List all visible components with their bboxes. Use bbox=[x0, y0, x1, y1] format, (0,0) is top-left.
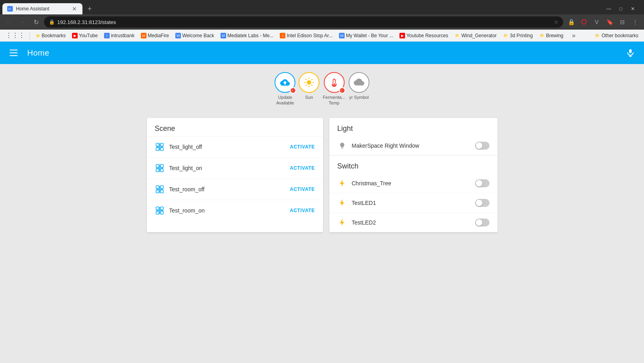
tab-close-button[interactable]: ✕ bbox=[71, 6, 78, 12]
light-toggle-1[interactable] bbox=[475, 142, 490, 150]
svg-line-16 bbox=[306, 85, 307, 86]
status-circle-yr[interactable] bbox=[349, 72, 369, 93]
status-circle-sun[interactable] bbox=[299, 72, 319, 93]
minimize-button[interactable]: — bbox=[603, 3, 614, 14]
more-bookmarks-button[interactable]: » bbox=[568, 31, 580, 40]
lock-icon: 🔒 bbox=[49, 19, 55, 25]
switch-bolt-icon-1 bbox=[337, 178, 347, 188]
svg-rect-22 bbox=[156, 148, 159, 150]
close-button[interactable]: ✕ bbox=[627, 3, 638, 14]
bookmark-brewing[interactable]: 📁 Brewing bbox=[537, 32, 566, 39]
tab-favicon: H bbox=[7, 6, 13, 12]
switch-bolt-icon-3 bbox=[337, 218, 347, 227]
status-yr[interactable]: yr Symbol bbox=[349, 72, 369, 100]
bookmark-icon[interactable]: 🔖 bbox=[604, 16, 615, 28]
bookmark-3d-printing[interactable]: 📁 3d Printing bbox=[501, 32, 535, 39]
status-label-update: UpdateAvailable bbox=[276, 94, 294, 106]
status-update[interactable]: ! UpdateAvailable bbox=[275, 72, 295, 106]
svg-rect-33 bbox=[160, 186, 163, 189]
update-badge: ! bbox=[290, 87, 296, 94]
status-sun[interactable]: Sun bbox=[299, 72, 319, 100]
reload-button[interactable]: ↻ bbox=[30, 16, 42, 28]
bookmark-intel[interactable]: I Intel Edison Stop Ar... bbox=[277, 32, 335, 39]
tab-title: Home Assistant bbox=[16, 6, 68, 12]
ha-app: Home ! UpdateAvailable bbox=[0, 42, 644, 363]
scene-name-3: Test_room_off bbox=[169, 186, 285, 193]
bookmark-mediafire[interactable]: M MediaFire bbox=[138, 32, 171, 39]
svg-rect-23 bbox=[160, 148, 163, 150]
scene-name-2: Test_light_on bbox=[169, 165, 285, 171]
menu-icon[interactable]: ⋮ bbox=[630, 16, 641, 28]
address-bar-container[interactable]: 🔒 ☆ bbox=[44, 16, 563, 28]
scene-name-1: Test_light_off bbox=[169, 144, 285, 150]
browser-tab[interactable]: H Home Assistant ✕ bbox=[2, 3, 82, 14]
back-button[interactable]: ← bbox=[3, 16, 14, 28]
bookmark-wind-generator[interactable]: 📁 Wind_Generator bbox=[452, 32, 499, 39]
address-input[interactable] bbox=[57, 19, 552, 25]
svg-text:!: ! bbox=[341, 89, 342, 92]
activate-button-1[interactable]: ACTIVATE bbox=[290, 142, 315, 151]
switch-name-1: Christmas_Tree bbox=[352, 180, 470, 187]
cards-area: Scene Test_light_off ACTIVATE bbox=[0, 110, 644, 240]
scene-name-4: Test_room_on bbox=[169, 207, 285, 214]
switch-toggle-1[interactable] bbox=[475, 179, 490, 187]
bookmark-bookmarks[interactable]: ⭐ Bookmarks bbox=[32, 32, 68, 39]
extensions-icon[interactable]: 🔒 bbox=[566, 16, 577, 28]
bookmark-mediatek[interactable]: M Mediatek Labs - Me... bbox=[218, 32, 276, 39]
forward-button[interactable]: → bbox=[17, 16, 28, 28]
other-bookmarks[interactable]: 📁 Other bookmarks bbox=[592, 32, 641, 39]
switch-bolt-icon-2 bbox=[337, 198, 347, 208]
star-icon[interactable]: ☆ bbox=[554, 19, 558, 25]
bookmark-label: Other bookmarks bbox=[602, 33, 638, 38]
bookmark-label: MediaFire bbox=[148, 33, 169, 38]
svg-text:!: ! bbox=[292, 89, 293, 92]
svg-rect-28 bbox=[156, 169, 159, 172]
scene-row-3: Test_room_off ACTIVATE bbox=[147, 179, 323, 200]
fermenta-badge: ! bbox=[339, 87, 345, 94]
scene-icon-3 bbox=[155, 185, 165, 194]
folder-icon: 📁 bbox=[539, 33, 545, 38]
scene-row-2: Test_light_on ACTIVATE bbox=[147, 158, 323, 179]
scene-card: Scene Test_light_off ACTIVATE bbox=[147, 118, 323, 232]
activate-button-4[interactable]: ACTIVATE bbox=[290, 206, 315, 215]
light-bulb-icon bbox=[337, 141, 347, 150]
separator bbox=[30, 32, 30, 39]
switch-name-3: TestLED2 bbox=[352, 219, 470, 226]
svg-rect-39 bbox=[160, 207, 163, 210]
switch-card-header: Switch bbox=[329, 156, 498, 174]
bookmark-welcome-back[interactable]: W Welcome Back bbox=[173, 32, 217, 39]
light-name-1: MakerSpace Right Window bbox=[352, 142, 470, 149]
sidebar-icon[interactable]: ⊟ bbox=[617, 16, 628, 28]
menu-button[interactable] bbox=[6, 46, 21, 60]
scene-icon-2 bbox=[155, 163, 165, 173]
scene-icon-1 bbox=[155, 142, 165, 152]
status-circle-fermenta[interactable]: ! bbox=[324, 72, 345, 93]
activate-button-3[interactable]: ACTIVATE bbox=[290, 185, 315, 194]
svg-text:H: H bbox=[8, 7, 11, 11]
maximize-button[interactable]: □ bbox=[615, 3, 626, 14]
light-row-1: MakerSpace Right Window bbox=[329, 136, 498, 155]
bookmark-label: Bookmarks bbox=[42, 33, 66, 38]
folder-icon: 📁 bbox=[503, 33, 509, 38]
scene-card-header: Scene bbox=[147, 118, 323, 136]
svg-rect-5 bbox=[629, 49, 632, 53]
bookmark-intrustbank[interactable]: i intrustbank bbox=[102, 32, 137, 39]
opera-icon[interactable]: O bbox=[578, 16, 590, 28]
svg-point-18 bbox=[333, 83, 335, 85]
bookmark-youtube[interactable]: ▶ YouTube bbox=[70, 32, 100, 39]
bookmark-label: Brewing bbox=[546, 33, 563, 38]
status-row: ! UpdateAvailable Sun bbox=[0, 64, 644, 110]
bookmark-yt-resources[interactable]: ▶ Youtube Resources bbox=[397, 32, 450, 39]
apps-button[interactable]: ⋮⋮⋮ bbox=[3, 31, 27, 40]
new-tab-button[interactable]: + bbox=[84, 3, 95, 14]
switch-toggle-2[interactable] bbox=[475, 199, 490, 207]
status-circle-update[interactable]: ! bbox=[275, 72, 295, 93]
activate-button-2[interactable]: ACTIVATE bbox=[290, 164, 315, 172]
bookmark-wallet[interactable]: W My Wallet - Be Your ... bbox=[337, 32, 395, 39]
ha-header: Home bbox=[0, 42, 644, 64]
vk-icon[interactable]: V bbox=[591, 16, 602, 28]
svg-rect-21 bbox=[160, 143, 163, 146]
mic-button[interactable] bbox=[623, 46, 638, 60]
status-fermenta[interactable]: ! Fermenta...Temp bbox=[323, 72, 345, 106]
switch-toggle-3[interactable] bbox=[475, 219, 490, 227]
